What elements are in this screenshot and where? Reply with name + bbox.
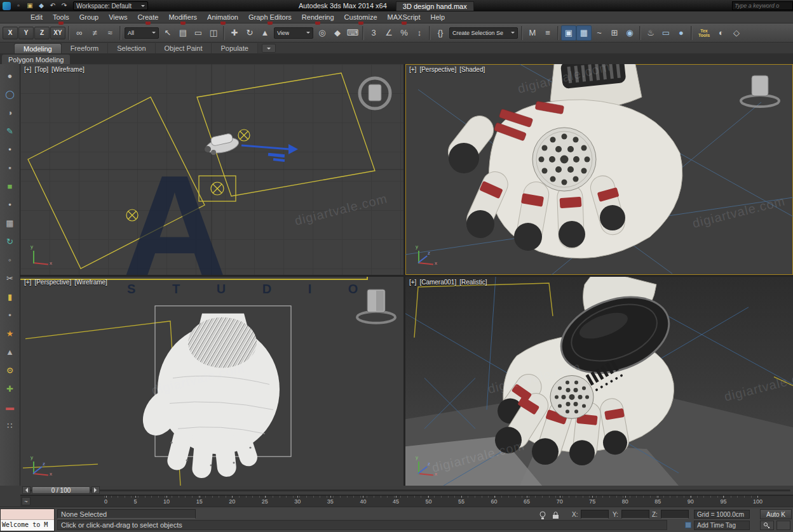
angle-snap-icon[interactable]: ∠ — [381, 25, 396, 41]
y-coordinate-field[interactable] — [621, 510, 649, 519]
half-sphere-icon[interactable]: ◑ — [2, 105, 18, 121]
viewport-camera[interactable]: digiartvale.com digiartvale.com digiartv… — [405, 277, 793, 486]
track-bar[interactable]: ~ 05101520253035404550556065707580859095… — [20, 495, 793, 507]
plugin-diamond-icon[interactable]: ◇ — [729, 25, 744, 41]
time-slider-track[interactable]: 0 / 100 — [20, 486, 793, 495]
macro-recorder-line[interactable] — [1, 509, 54, 520]
search-input[interactable] — [732, 1, 793, 10]
menu-maxscript[interactable]: MAXScript — [383, 11, 426, 23]
viewport-menu-plus[interactable]: [+] — [24, 66, 31, 73]
tab-polygon-modeling[interactable]: Polygon Modeling — [2, 55, 70, 64]
selection-filter-dropdown[interactable]: All — [125, 27, 159, 39]
viewport-menu-view[interactable]: [Camera001] — [419, 279, 456, 286]
swift-loop-icon[interactable]: ↻ — [2, 234, 18, 249]
workspace-dropdown[interactable]: Workspace: Default — [73, 1, 148, 10]
viewport-perspective-wireframe[interactable]: S T U D I O digiartvale.com [+] [Perspec… — [20, 277, 403, 486]
viewport-menu-view[interactable]: [Top] — [34, 66, 48, 73]
small-sphere-icon[interactable]: • — [2, 142, 18, 157]
viewport-menu-shading[interactable]: [Wireframe] — [74, 279, 107, 286]
bind-to-spacewarp-icon[interactable]: ≈ — [102, 25, 118, 41]
render-setup-icon[interactable]: ♨ — [643, 25, 658, 41]
menu-help[interactable]: Help — [426, 11, 451, 23]
rectangular-selection-region-icon[interactable]: ▭ — [191, 25, 206, 41]
z-coordinate-field[interactable] — [661, 510, 689, 519]
snaps-toggle-icon[interactable]: 3 — [366, 25, 381, 41]
document-title-tab[interactable]: 3D design hand.max — [396, 1, 474, 11]
schematic-view-icon[interactable]: ⊞ — [607, 25, 622, 41]
viewport-menu-plus[interactable]: [+] — [24, 279, 31, 286]
rendered-frame-icon[interactable]: ▭ — [658, 25, 674, 41]
perspective-viewport-scene[interactable] — [405, 64, 793, 275]
select-and-move-icon[interactable]: ✚ — [227, 25, 242, 41]
undo-icon[interactable]: ↶ — [48, 1, 58, 10]
menu-group[interactable]: Group — [74, 11, 104, 23]
plus-create-icon[interactable]: ✚ — [2, 381, 18, 397]
ribbon-config-button[interactable] — [262, 44, 276, 53]
tab-object-paint[interactable]: Object Paint — [156, 43, 212, 53]
menu-customize[interactable]: Customize — [339, 11, 383, 23]
cut-tool-icon[interactable]: ✂ — [2, 270, 18, 286]
select-and-link-icon[interactable]: ∞ — [72, 25, 87, 41]
select-and-scale-icon[interactable]: ▲ — [257, 25, 273, 41]
mini-curve-editor-button[interactable]: ~ — [22, 497, 30, 505]
menu-views[interactable]: Views — [104, 11, 132, 23]
vertex-dot-icon[interactable]: • — [2, 197, 18, 213]
new-scene-icon[interactable]: ▫ — [13, 1, 24, 10]
xy-plane-button[interactable]: XY — [50, 27, 65, 39]
menu-modifiers[interactable]: Modifiers — [163, 11, 202, 23]
cube-snap-icon[interactable]: ▪ — [2, 160, 18, 176]
listener-line[interactable]: Welcome to M — [1, 520, 54, 531]
menu-create[interactable]: Create — [132, 11, 163, 23]
ring-select-icon[interactable]: ◯ — [2, 86, 18, 102]
redo-icon[interactable]: ↷ — [59, 1, 69, 10]
material-editor-icon[interactable]: ◉ — [622, 25, 637, 41]
tab-selection[interactable]: Selection — [108, 43, 155, 53]
tab-modeling[interactable]: Modeling — [14, 43, 62, 53]
set-key-button[interactable] — [760, 521, 774, 530]
z-axis-button[interactable]: Z — [34, 27, 50, 39]
key-mode-button[interactable] — [776, 521, 790, 530]
pencil-edit-icon[interactable]: ✎ — [2, 123, 18, 139]
render-production-icon[interactable]: ● — [674, 25, 689, 41]
x-axis-button[interactable]: X — [3, 27, 18, 39]
viewport-menu-plus[interactable]: [+] — [409, 66, 416, 73]
hand-model-shaded[interactable] — [443, 64, 682, 258]
y-axis-button[interactable]: Y — [18, 27, 34, 39]
3ds-max-logo-icon[interactable] — [3, 2, 11, 10]
maxscript-mini-listener[interactable]: Welcome to M — [0, 509, 55, 531]
viewport-top[interactable]: A digiartvale.com [+] [Top] [Wireframe] … — [20, 64, 403, 275]
brush-paint-icon[interactable]: ▬ — [2, 399, 18, 415]
viewport-menu-shading[interactable]: [Shaded] — [459, 66, 485, 73]
next-frame-button[interactable] — [92, 486, 100, 494]
x-coordinate-field[interactable] — [581, 510, 609, 519]
yellow-box-icon[interactable]: ▮ — [2, 289, 18, 305]
mirror-icon[interactable]: M — [525, 25, 540, 41]
percent-snap-icon[interactable]: % — [396, 25, 412, 41]
reference-coordinate-dropdown[interactable]: View — [274, 27, 313, 39]
sphere-tool-icon[interactable]: ● — [2, 68, 18, 84]
menu-rendering[interactable]: Rendering — [297, 11, 339, 23]
curve-editor-icon[interactable]: ~ — [592, 25, 607, 41]
select-and-rotate-icon[interactable]: ↻ — [242, 25, 257, 41]
grid-panel-icon[interactable]: ▦ — [2, 215, 18, 231]
save-file-icon[interactable]: ◆ — [36, 1, 46, 10]
menu-tools[interactable]: Tools — [48, 11, 74, 23]
viewport-menu-plus[interactable]: [+] — [409, 279, 416, 286]
select-by-name-icon[interactable]: ▤ — [175, 25, 191, 41]
viewport-menu-view[interactable]: [Perspective] — [419, 66, 456, 73]
tex-tools-button[interactable]: Tex Tools — [695, 25, 714, 41]
create-selection-set-dropdown[interactable]: Create Selection Se — [449, 27, 518, 39]
spinner-snap-icon[interactable]: ↕ — [412, 25, 427, 41]
viewport-menu-shading[interactable]: [Wireframe] — [51, 66, 85, 73]
soft-selection-icon[interactable]: ■ — [2, 178, 18, 194]
viewport-menu-view[interactable]: [Perspective] — [34, 279, 71, 286]
add-time-tag-button[interactable]: Add Time Tag — [694, 521, 750, 530]
cone-tool-icon[interactable]: ▲ — [2, 344, 18, 360]
viewport-perspective-shaded[interactable]: digiartvale.com digiartvale.com [+] [Per… — [405, 64, 793, 275]
select-object-icon[interactable]: ↖ — [160, 25, 175, 41]
viewport-menu-shading[interactable]: [Realistic] — [459, 279, 487, 286]
isolate-selection-icon[interactable] — [538, 510, 548, 520]
window-crossing-icon[interactable]: ◫ — [206, 25, 221, 41]
use-pivot-point-icon[interactable]: ◎ — [315, 25, 330, 41]
named-selection-sets-icon[interactable]: {} — [433, 25, 448, 41]
